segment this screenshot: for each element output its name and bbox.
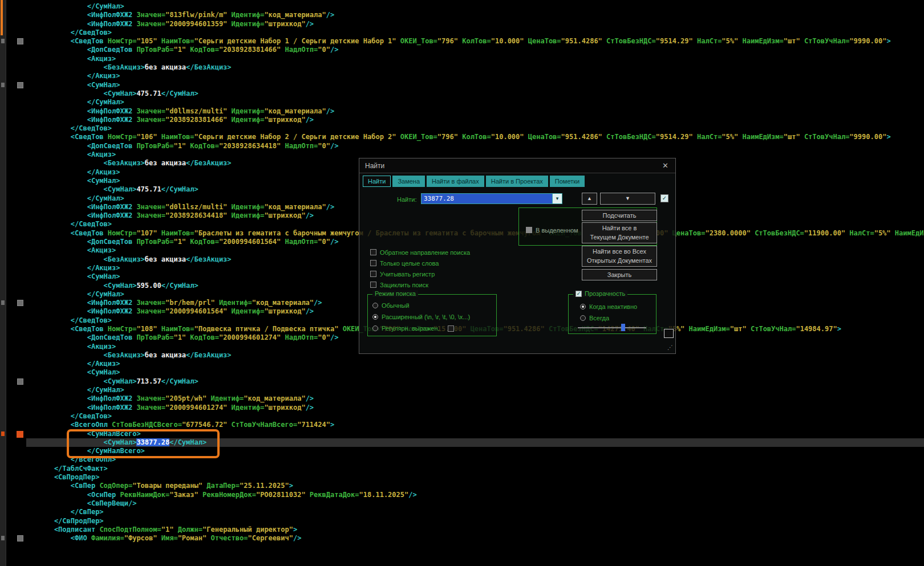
radio-button xyxy=(372,314,378,320)
small-button-box[interactable] xyxy=(664,329,674,338)
close-icon[interactable]: ✕ xyxy=(662,161,668,170)
checkbox-match-case[interactable]: Учитывать регистр xyxy=(370,268,470,279)
code-line[interactable]: <СведТов НомСтр="106" НаимТов="Серьги де… xyxy=(26,133,924,141)
code-line[interactable]: <ВсегоОпл СтТовБезНДСВсего="677546.72" С… xyxy=(26,421,924,429)
code-token: Значен= xyxy=(136,299,165,307)
tab-mark[interactable]: Пометки xyxy=(550,176,585,187)
code-token: без акциза xyxy=(145,351,186,359)
transparency-slider-thumb[interactable] xyxy=(621,324,625,331)
code-line[interactable]: </СвПер> xyxy=(26,508,924,516)
code-line[interactable]: <СвПродПер> xyxy=(26,473,924,482)
code-line[interactable]: <СумНал> xyxy=(26,81,924,89)
code-token: /> xyxy=(326,11,334,19)
code-line[interactable]: </СведТов> xyxy=(26,412,924,421)
code-line[interactable]: </ТаблСчФакт> xyxy=(26,465,924,473)
code-line[interactable]: <ИнфПолФХЖ2 Значен="205pt/wh" Идентиф="к… xyxy=(26,394,924,403)
code-token: <БезАкциз> xyxy=(104,159,145,167)
code-line[interactable]: </СумНал> xyxy=(26,2,924,11)
code-line[interactable]: <Подписант СпосПодтПолном="1" Должн="Ген… xyxy=(26,526,924,534)
in-selection-checkbox[interactable] xyxy=(526,227,532,233)
radio-transparency-always[interactable]: Всегда xyxy=(580,312,656,324)
tab-replace[interactable]: Замена xyxy=(392,176,425,187)
code-token: /> xyxy=(293,534,301,542)
code-line[interactable]: <ДопСведТов ПрТовРаб="1" КодТов="2038928… xyxy=(26,46,924,54)
code-token: КолТов= xyxy=(458,37,491,45)
regex-newline-checkbox[interactable] xyxy=(448,325,454,332)
radio-regex[interactable]: Регулярн. выражен. xyxy=(372,323,496,334)
close-button[interactable]: Закрыть xyxy=(582,269,657,280)
radio-transparency-on-losing-focus[interactable]: Когда неактивно xyxy=(580,301,656,312)
code-line[interactable]: </Акциз> xyxy=(26,360,924,368)
checkbox-backward-direction[interactable]: Обратное направление поиска xyxy=(370,247,470,258)
code-token: Фамилия= xyxy=(91,534,124,542)
code-line[interactable]: <ИнфПолФХЖ2 Значен="2000994601274" Идент… xyxy=(26,404,924,412)
radio-normal[interactable]: Обычный xyxy=(372,300,496,311)
code-line[interactable]: </СумНал> xyxy=(26,386,924,394)
code-token: <СумНал> xyxy=(87,81,120,89)
combo-dropdown-icon[interactable]: ▾ xyxy=(552,194,562,203)
transparency-slider-track[interactable] xyxy=(578,327,646,328)
code-line[interactable]: <ФИО Фамилия="Фурсов" Имя="Роман" Отчест… xyxy=(26,534,924,543)
find-all-current-button[interactable]: Найти все в Текущем Документе xyxy=(582,222,657,243)
top-right-checkbox[interactable]: ✓ xyxy=(660,194,668,202)
code-token: "9990.00" xyxy=(849,37,886,45)
count-button[interactable]: Подсчитать xyxy=(582,210,657,221)
radio-extended[interactable]: Расширенный (\n, \r, \t, \0, \x...) xyxy=(372,311,496,323)
code-token: РеквНаимДок= xyxy=(120,491,169,499)
code-line[interactable]: <СумНал>475.71</СумНал> xyxy=(26,89,924,98)
code-line[interactable]: <СумНал> xyxy=(26,368,924,377)
code-line[interactable]: </Акциз> xyxy=(26,72,924,80)
tab-find-in-files[interactable]: Найти в файлах xyxy=(427,176,484,187)
tab-find[interactable]: Найти xyxy=(363,176,391,187)
code-line[interactable]: <ИнфПолФХЖ2 Значен="813flw/pink/m" Идент… xyxy=(26,11,924,19)
code-token: Идентиф= xyxy=(227,116,264,124)
code-token: "106" xyxy=(136,133,157,141)
code-token: "951.4286" xyxy=(561,133,602,141)
code-line[interactable]: <Акциз> xyxy=(26,55,924,63)
code-line[interactable]: </СвПродПер> xyxy=(26,517,924,526)
fold-marker[interactable] xyxy=(17,300,23,306)
fold-marker[interactable] xyxy=(17,378,23,385)
dialog-titlebar[interactable]: Найти ✕ xyxy=(359,158,675,173)
fold-marker[interactable] xyxy=(17,38,23,44)
code-token: "2000994601274" xyxy=(219,333,281,341)
checkbox-whole-word[interactable]: Только целые слова xyxy=(370,258,470,268)
code-line[interactable]: <СвПерВещи/> xyxy=(26,499,924,508)
code-token: </СумНал> xyxy=(87,386,124,394)
resize-grip-icon[interactable]: ⋰ xyxy=(667,344,673,351)
code-token: "677546.72" xyxy=(182,421,227,429)
checkbox-wrap-around[interactable]: Зациклить поиск xyxy=(370,279,470,290)
code-token: <СведТов xyxy=(71,133,108,141)
code-line[interactable]: <СведТов НомСтр="105" НаимТов="Серьги де… xyxy=(26,37,924,46)
tab-find-in-projects[interactable]: Найти в Проектах xyxy=(486,176,548,187)
code-token: /> xyxy=(330,333,338,341)
code-token: Идентиф= xyxy=(227,211,264,219)
code-token: <СведТов xyxy=(71,229,108,237)
search-input[interactable]: 33877.28 ▾ xyxy=(421,193,562,204)
code-token: "2000994601564" xyxy=(219,238,281,246)
code-line[interactable]: <БезАкциз>без акциза</БезАкциз> xyxy=(26,63,924,72)
code-line[interactable]: <СвПер СодОпер="Товары переданы" ДатаПер… xyxy=(26,482,924,490)
code-line[interactable]: <ОснПер РеквНаимДок="Заказ" РеквНомерДок… xyxy=(26,491,924,499)
transparency-checkbox[interactable]: ✓ xyxy=(576,291,582,297)
code-token: Идентиф= xyxy=(227,404,264,412)
code-token: СтТовБезНДС= xyxy=(602,133,656,141)
code-line[interactable]: <ИнфПолФХЖ2 Значен="d0llmsz/multi" Идент… xyxy=(26,107,924,116)
code-token: <СвПерВещи/> xyxy=(87,499,137,507)
code-token: <СумНал> xyxy=(104,377,137,385)
fold-marker[interactable] xyxy=(17,82,23,88)
code-line[interactable]: </СведТов> xyxy=(26,124,924,133)
code-line[interactable]: <ИнфПолФХЖ2 Значен="2000994601359" Идент… xyxy=(26,20,924,28)
find-previous-button[interactable]: ▲ xyxy=(582,193,597,205)
find-next-button[interactable]: ▼ xyxy=(600,193,655,205)
code-line[interactable]: <ДопСведТов ПрТовРаб="1" КодТов="2038928… xyxy=(26,142,924,150)
code-line[interactable]: <ИнфПолФХЖ2 Значен="2038928381466" Идент… xyxy=(26,116,924,124)
code-token: "5%" xyxy=(874,229,891,237)
code-line[interactable]: </СумНал> xyxy=(26,98,924,107)
code-line[interactable]: <СумНал>713.57</СумНал> xyxy=(26,377,924,386)
search-mode-options: ОбычныйРасширенный (\n, \r, \t, \0, \x..… xyxy=(368,295,496,334)
code-line[interactable]: </СведТов> xyxy=(26,28,924,37)
code-token: <СумНал> xyxy=(87,272,120,280)
find-all-open-button[interactable]: Найти все во Всех Открытых Документах xyxy=(582,246,657,267)
fold-marker[interactable] xyxy=(17,535,23,541)
